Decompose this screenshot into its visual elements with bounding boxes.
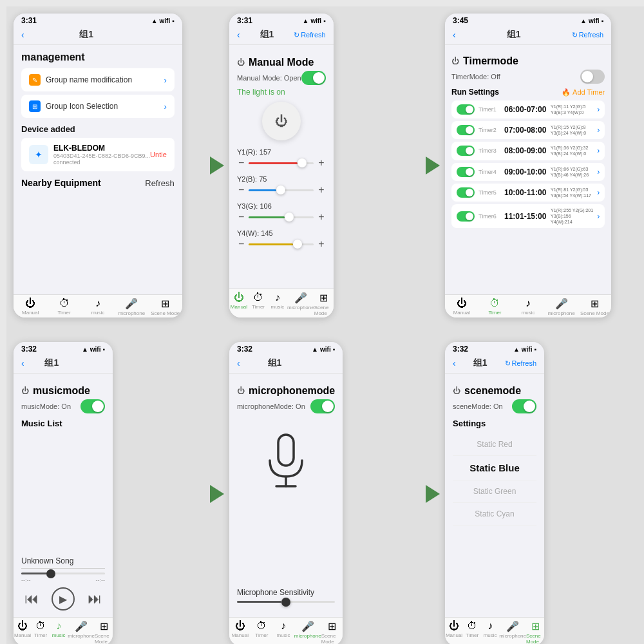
- mic-toggle[interactable]: [310, 399, 335, 413]
- nav-timer-1[interactable]: ⏱Timer: [47, 298, 80, 316]
- device-name: ELK-BLEDOM: [53, 144, 150, 153]
- timer6-toggle[interactable]: [457, 211, 475, 222]
- music-toggle[interactable]: [80, 399, 105, 413]
- refresh-label[interactable]: Refresh: [145, 178, 175, 188]
- timer4-toggle[interactable]: [457, 167, 475, 177]
- nav-timer-3[interactable]: ⏱Timer: [478, 298, 512, 316]
- timer1-toggle[interactable]: [457, 104, 475, 115]
- scene-static-cyan[interactable]: Static Cyan: [453, 503, 536, 526]
- arrow-right-4: [426, 485, 440, 503]
- nav-music-5[interactable]: ♪music: [272, 620, 294, 644]
- mic-sensitivity-slider[interactable]: [237, 601, 335, 603]
- timer-toggle[interactable]: [580, 70, 605, 84]
- nav-back-2[interactable]: ‹: [237, 30, 240, 40]
- slider-track-y1[interactable]: [249, 162, 314, 164]
- nav-scene-3[interactable]: ⊞Scene Mode: [578, 298, 612, 316]
- slider-track-y2[interactable]: [249, 189, 314, 191]
- nav-back-3[interactable]: ‹: [453, 30, 456, 40]
- timer2-chevron: ›: [597, 126, 600, 135]
- nav-manual-3[interactable]: ⏻Manual: [445, 298, 478, 316]
- timer-row-3[interactable]: Timer3 08:00-09:00 Y1(R):36 Y2(G):32Y3(B…: [451, 142, 605, 160]
- status-icons-5: ▲ wifi ▪: [312, 346, 335, 353]
- prev-button[interactable]: ⏮: [24, 591, 39, 607]
- nav-mic-6[interactable]: 🎤microphone: [499, 620, 526, 644]
- slider-minus-y4[interactable]: −: [237, 238, 245, 250]
- timer-row-5[interactable]: Timer5 10:00-11:00 Y1(R):81 Y2(G):53Y3(B…: [451, 184, 605, 202]
- scene-static-green[interactable]: Static Green: [453, 480, 536, 503]
- timer2-toggle[interactable]: [457, 125, 475, 135]
- nav-timer-6[interactable]: ⏱Timer: [463, 620, 481, 644]
- slider-plus-y3[interactable]: +: [317, 211, 325, 223]
- music-progress-slider[interactable]: [21, 573, 105, 574]
- slider-plus-y4[interactable]: +: [317, 238, 325, 250]
- slider-minus-y2[interactable]: −: [237, 184, 245, 196]
- arrow-2: [423, 11, 442, 320]
- timer-row-6[interactable]: Timer6 11:01-15:00 Y1(R):255 Y2(G):201Y3…: [451, 204, 605, 228]
- power-circle[interactable]: ⏻: [262, 102, 301, 140]
- nav-back-4[interactable]: ‹: [21, 358, 24, 368]
- nav-music-4[interactable]: ♪music: [50, 620, 68, 644]
- scene-toggle[interactable]: [512, 399, 536, 413]
- group-icon-item[interactable]: ⊞ Group Icon Selection ›: [21, 95, 175, 118]
- nav-title-5: 组1: [268, 357, 282, 369]
- manual-toggle[interactable]: [301, 71, 326, 85]
- nav-manual-6[interactable]: ⏻Manual: [445, 620, 463, 644]
- play-button[interactable]: ▶: [52, 587, 75, 611]
- unknown-song-label: Unknown Song: [21, 556, 105, 565]
- mic-spacer: [237, 502, 335, 588]
- nav-music-1[interactable]: ♪music: [81, 298, 115, 316]
- scene-static-blue[interactable]: Static Blue: [453, 456, 536, 480]
- add-timer-icon: 🔥: [562, 88, 571, 97]
- nav-refresh-6[interactable]: ↻ Refresh: [505, 359, 537, 368]
- slider-track-y3[interactable]: [249, 216, 314, 218]
- scene-static-red[interactable]: Static Red: [453, 433, 536, 456]
- slider-plus-y2[interactable]: +: [317, 184, 325, 196]
- time-3: 3:45: [453, 16, 468, 25]
- nav-scene-2[interactable]: ⊞Scene Mode: [314, 292, 334, 316]
- nav-manual-5[interactable]: ⏻Manual: [229, 620, 251, 644]
- nav-mic-3[interactable]: 🎤microphone: [545, 298, 578, 316]
- next-button[interactable]: ⏭: [88, 591, 102, 607]
- slider-minus-y3[interactable]: −: [237, 211, 245, 223]
- untie-button[interactable]: Untie: [150, 151, 167, 158]
- nav-timer-5[interactable]: ⏱Timer: [251, 620, 273, 644]
- nav-timer-2[interactable]: ⏱Timer: [249, 292, 268, 316]
- nav-manual-1[interactable]: ⏻Manual: [14, 298, 47, 316]
- nav-refresh-3[interactable]: ↻ Refresh: [572, 31, 604, 39]
- nav-mic-1[interactable]: 🎤microphone: [115, 298, 148, 316]
- device-row[interactable]: ✦ ELK-BLEDOM 05403D41-245E-C882-CBD6-9CB…: [21, 138, 175, 171]
- arrow-4: [423, 339, 442, 644]
- nav-manual-4[interactable]: ⏻Manual: [14, 620, 32, 644]
- timer3-toggle[interactable]: [457, 146, 475, 156]
- nav-music-6[interactable]: ♪music: [481, 620, 499, 644]
- add-timer-button[interactable]: 🔥 Add Timer: [562, 88, 605, 97]
- nav-mic-5[interactable]: 🎤microphone: [294, 620, 321, 644]
- scene-list: Static Red Static Blue Static Green Stat…: [453, 433, 536, 526]
- timer-row-4[interactable]: Timer4 09:00-10:00 Y1(R):86 Y2(G):63Y3(B…: [451, 163, 605, 181]
- slider-plus-y1[interactable]: +: [317, 157, 325, 169]
- nav-refresh-2[interactable]: ↻ Refresh: [294, 31, 326, 39]
- nav-music-3[interactable]: ♪music: [511, 298, 545, 316]
- nav-music-2[interactable]: ♪music: [268, 292, 287, 316]
- nearby-label: Nearby Equipment: [21, 178, 101, 188]
- nav-back-6[interactable]: ‹: [453, 358, 456, 368]
- nav-back-1[interactable]: ‹: [21, 30, 24, 40]
- slider-track-y4[interactable]: [249, 243, 314, 245]
- nav-mic-2[interactable]: 🎤microphone: [287, 292, 314, 316]
- bottom-nav-6: ⏻Manual ⏱Timer ♪music 🎤microphone ⊞Scene…: [445, 617, 544, 644]
- music-mode-title: musicmode: [33, 385, 90, 397]
- timer5-toggle[interactable]: [457, 187, 475, 198]
- nav-manual-2[interactable]: ⏻Manual: [229, 292, 249, 316]
- scene-mode-header: ⏻ scenemode: [453, 380, 536, 399]
- nav-timer-4[interactable]: ⏱Timer: [32, 620, 50, 644]
- slider-minus-y1[interactable]: −: [237, 157, 245, 169]
- timer-row-1[interactable]: Timer1 06:00-07:00 Y1(R):11 Y2(G):5Y3(B)…: [451, 100, 605, 118]
- group-name-item[interactable]: ✎ Group name modification ›: [21, 68, 175, 91]
- nav-mic-4[interactable]: 🎤microphone: [68, 620, 95, 644]
- nav-back-5[interactable]: ‹: [237, 358, 240, 368]
- nav-scene-6[interactable]: ⊞Scene Mode: [526, 620, 544, 644]
- nav-scene-4[interactable]: ⊞Scene Mode: [95, 620, 113, 644]
- timer-row-2[interactable]: Timer2 07:00-08:00 Y1(R):15 Y2(G):8Y3(B)…: [451, 121, 605, 139]
- nav-scene-5[interactable]: ⊞Scene Mode: [321, 620, 343, 644]
- nav-scene-1[interactable]: ⊞Scene Mode: [148, 298, 182, 316]
